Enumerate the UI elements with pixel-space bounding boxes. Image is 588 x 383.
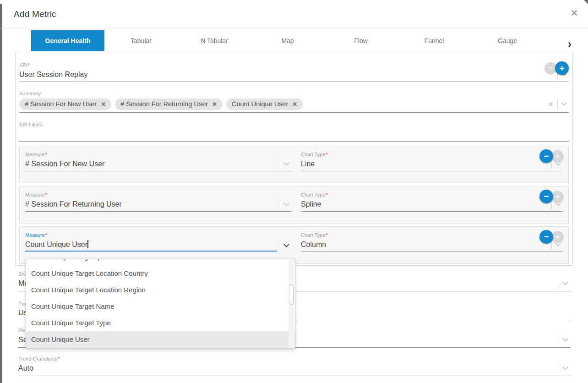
summary-chips: # Session For New User✕ # Session For Re… xyxy=(19,98,548,110)
field-divider xyxy=(559,335,559,345)
summary-chip: # Session For Returning User✕ xyxy=(115,98,223,110)
kpi-filters-input[interactable] xyxy=(19,130,569,142)
required-mark: * xyxy=(58,356,60,361)
remove-measure-button[interactable]: − xyxy=(539,149,553,163)
chip-remove-icon[interactable]: ✕ xyxy=(292,101,297,108)
kpi-label: KPI* xyxy=(19,62,569,68)
kpi-filters-label: KPI Filters xyxy=(19,122,569,127)
plus-icon: + xyxy=(555,152,560,161)
chevron-down-icon[interactable] xyxy=(283,160,289,166)
chevron-down-icon[interactable] xyxy=(562,364,568,370)
modal-header: Add Metric ✕ xyxy=(0,0,588,28)
chart-type-select[interactable]: Line xyxy=(301,159,563,171)
chart-type-label: Chart Type* xyxy=(301,192,563,197)
chevron-down-icon[interactable] xyxy=(283,241,289,247)
dropdown-scrollbar-thumb[interactable] xyxy=(289,285,294,305)
minus-icon: − xyxy=(544,192,549,202)
chevron-down-icon[interactable] xyxy=(562,336,568,342)
minus-icon: − xyxy=(544,232,549,242)
required-mark: * xyxy=(28,62,30,68)
field-divider xyxy=(280,159,280,169)
chart-type-select[interactable]: Spline xyxy=(301,200,563,212)
summary-label: Summary xyxy=(19,91,569,96)
measure-label: Measure* xyxy=(25,192,291,197)
modal-title: Add Metric xyxy=(14,0,588,28)
remove-measure-button[interactable]: − xyxy=(539,190,553,203)
measure-panel-1: − + Measure* # Session For New User Char… xyxy=(19,146,569,183)
chart-type-value: Column xyxy=(301,241,549,249)
chip-remove-icon[interactable]: ✕ xyxy=(212,101,217,108)
add-measure-button[interactable]: + xyxy=(551,191,564,203)
trend-granularity-value: Auto xyxy=(18,364,556,372)
field-divider xyxy=(280,241,280,251)
kpi-filters-row: KPI Filters xyxy=(19,118,569,143)
tab-map[interactable]: Map xyxy=(251,30,324,51)
add-kpi-button[interactable]: + xyxy=(555,61,569,75)
add-measure-button[interactable]: + xyxy=(551,231,564,243)
summary-row: Summary # Session For New User✕ # Sessio… xyxy=(19,89,569,118)
chart-type-select[interactable]: Column xyxy=(301,240,563,252)
summary-select[interactable]: # Session For New User✕ # Session For Re… xyxy=(19,98,569,113)
minus-icon: − xyxy=(549,64,553,73)
dropdown-item[interactable]: Count Unique Target Name xyxy=(26,298,295,315)
required-mark: * xyxy=(326,232,328,238)
measure-select[interactable]: # Session For New User xyxy=(25,159,291,171)
dropdown-item[interactable]: Count Unique Target Location Country xyxy=(26,265,295,282)
tab-gauge[interactable]: Gauge xyxy=(471,30,544,51)
kpi-select[interactable]: User Session Replay xyxy=(19,70,569,82)
field-divider xyxy=(559,279,559,288)
text-caret xyxy=(87,240,88,248)
tab-bar: General Health Tabular N Tabular Map Flo… xyxy=(0,28,588,53)
kpi-value: User Session Replay xyxy=(19,71,555,79)
tab-tabular[interactable]: Tabular xyxy=(104,30,178,51)
measure-panel-2: − + Measure* # Session For Returning Use… xyxy=(19,186,569,224)
tab-funnel[interactable]: Funnel xyxy=(397,30,471,51)
chart-type-value: Line xyxy=(301,160,549,168)
measure-panel-3: − + Measure* Count Unique User Chart Typ… xyxy=(19,226,569,264)
dropdown-item-highlighted[interactable]: Count Unique User xyxy=(26,331,295,348)
tab-general-health[interactable]: General Health xyxy=(31,30,104,51)
measure-select[interactable]: # Session For Returning User xyxy=(25,200,291,212)
metric-form: − + KPI* User Session Replay Summary # S… xyxy=(15,53,573,266)
measure-input-focused[interactable]: Count Unique User xyxy=(25,240,291,253)
chart-type-label: Chart Type* xyxy=(301,232,563,238)
minus-icon: − xyxy=(544,151,549,161)
measure-value: # Session For Returning User xyxy=(25,200,277,208)
chart-type-label: Chart Type* xyxy=(301,152,563,157)
add-measure-button[interactable]: + xyxy=(551,150,564,163)
summary-chip: # Session For New User✕ xyxy=(19,98,111,110)
required-mark: * xyxy=(45,232,47,238)
chart-type-value: Spline xyxy=(301,200,549,208)
dropdown-item[interactable]: Count Unique Target Location Region xyxy=(26,282,295,298)
tab-flow[interactable]: Flow xyxy=(324,30,397,51)
close-icon[interactable]: ✕ xyxy=(571,9,578,17)
chevron-down-icon[interactable] xyxy=(562,279,568,285)
required-mark: * xyxy=(326,192,328,197)
plus-icon: + xyxy=(559,63,564,73)
remove-measure-button[interactable]: − xyxy=(539,230,553,244)
kpi-row: − + KPI* User Session Replay xyxy=(19,59,569,89)
measure-value: # Session For New User xyxy=(25,160,277,168)
field-divider xyxy=(280,200,280,209)
chevron-down-icon[interactable] xyxy=(283,200,289,206)
field-divider xyxy=(557,100,558,109)
page-backdrop-strip xyxy=(0,4,2,383)
dropdown-list: Count Unique Target Ip Count Unique Targ… xyxy=(26,259,295,348)
trend-granularity-select[interactable]: Auto xyxy=(18,364,570,376)
more-tabs-icon[interactable]: › xyxy=(568,38,572,49)
required-mark: * xyxy=(45,192,47,197)
dropdown-item-partial[interactable]: Count Unique Target Ip xyxy=(26,259,295,265)
chip-remove-icon[interactable]: ✕ xyxy=(101,101,106,108)
summary-chip: Count Unique User✕ xyxy=(226,98,303,110)
trend-granularity-row: Trend Granularity* Auto xyxy=(18,350,570,378)
measure-options-dropdown: Count Unique Target Ip Count Unique Targ… xyxy=(26,259,295,349)
measure-value: Count Unique User xyxy=(25,240,277,252)
required-mark: * xyxy=(45,152,47,157)
tab-n-tabular[interactable]: N Tabular xyxy=(178,30,251,51)
chevron-down-icon[interactable] xyxy=(561,100,567,106)
dropdown-item[interactable]: Count Unique Target Type xyxy=(26,315,295,331)
clear-icon[interactable]: ✕ xyxy=(548,100,554,109)
field-divider xyxy=(559,364,559,373)
dropdown-scrollbar[interactable] xyxy=(289,260,294,348)
measure-label: Measure* xyxy=(25,232,291,238)
